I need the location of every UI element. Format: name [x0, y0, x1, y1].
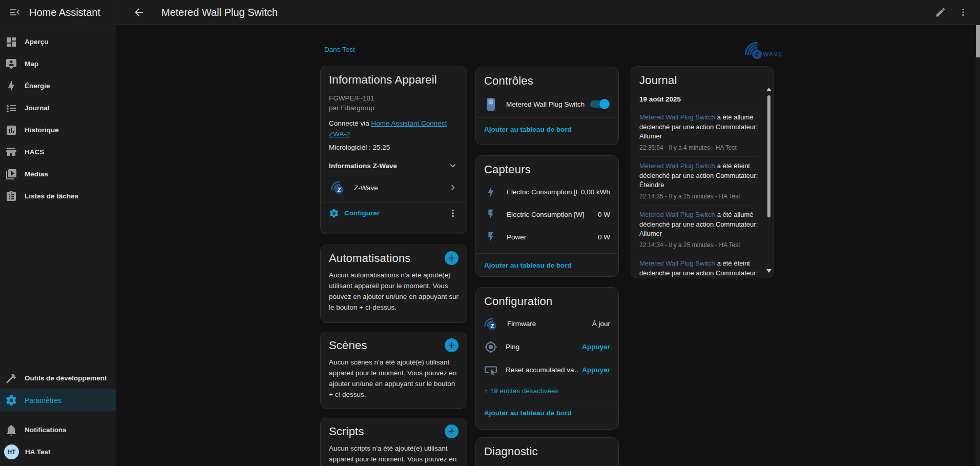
logbook-state: a été allumé	[717, 113, 754, 121]
menu-open-icon[interactable]	[8, 6, 20, 18]
logbook-entity-link[interactable]: Metered Wall Plug Switch	[639, 113, 715, 121]
main-content: Dans Test Z WAVE Informations Appareil F…	[116, 25, 980, 466]
logbook-time: 22:14:35 - Il y a 25 minutes - HA Test	[639, 192, 759, 201]
automations-empty-text: Aucun automatisations n'a été ajouté(e) …	[329, 270, 458, 313]
sidebar-item-notifications[interactable]: Notifications	[0, 419, 116, 441]
toggle-knob	[599, 99, 610, 109]
zwave-integration-row[interactable]: Z Z-Wave	[329, 178, 458, 197]
device-model: FGWPE/F-101	[329, 93, 458, 103]
topbar: Metered Wall Plug Switch	[116, 0, 980, 25]
sidebar-item-apercu[interactable]: Aperçu	[0, 31, 116, 53]
add-automation-button[interactable]	[445, 251, 458, 265]
sidebar-item-label: Énergie	[25, 82, 50, 90]
diagnostic-title: Diagnostic	[484, 445, 610, 458]
page-scrollbar[interactable]	[975, 25, 980, 466]
zwave-info-expander[interactable]: Informations Z-Wave	[329, 160, 458, 171]
sidebar-item-map[interactable]: Map	[0, 53, 116, 75]
sidebar-divider	[0, 415, 116, 415]
config-row-reset: Reset accumulated va… Appuyer	[484, 358, 610, 381]
sidebar-item-journal[interactable]: Journal	[0, 97, 116, 119]
scroll-down-arrow-icon[interactable]	[766, 269, 772, 273]
config-row-firmware[interactable]: Z Firmware À jour	[484, 312, 610, 335]
zwave-logo: Z WAVE	[740, 40, 784, 62]
scroll-up-arrow-icon[interactable]	[766, 88, 772, 91]
sidebar: Home Assistant Aperçu Map Énergie Journa…	[0, 0, 116, 466]
logbook-entries: Metered Wall Plug Switcha été allumé déc…	[639, 108, 759, 278]
wall-plug-icon	[485, 97, 496, 111]
add-to-dashboard-link[interactable]: Ajouter au tableau de bord	[484, 261, 572, 269]
sidebar-bottom: Outils de développement Paramètres Notif…	[0, 367, 116, 466]
sidebar-item-label: Listes de tâches	[25, 192, 78, 200]
configuration-card: Configuration Z Firmware	[475, 287, 619, 430]
configure-button[interactable]: Configurer	[344, 209, 447, 217]
gear-icon	[5, 394, 17, 407]
logbook-list-icon	[5, 102, 17, 114]
toggle-switch[interactable]	[590, 100, 609, 108]
scrollbar-thumb[interactable]	[767, 95, 770, 217]
press-button[interactable]: Appuyer	[582, 366, 610, 374]
sidebar-item-dev-tools[interactable]: Outils de développement	[0, 367, 116, 389]
logbook-trigger: déclenché par une action Commutateur:	[639, 123, 759, 132]
device-info-title: Informations Appareil	[329, 73, 458, 87]
sidebar-item-medias[interactable]: Médias	[0, 163, 116, 185]
press-button[interactable]: Appuyer	[582, 343, 610, 351]
logbook-state: a été allumé	[717, 211, 754, 218]
sidebar-item-label: Médias	[25, 170, 48, 178]
sensor-row[interactable]: Electric Consumption [W] 0 W	[484, 203, 610, 226]
automations-title: Automatisations	[329, 252, 411, 265]
sidebar-item-hacs[interactable]: HACS	[0, 141, 116, 163]
logbook-entity-link[interactable]: Metered Wall Plug Switch	[639, 211, 715, 218]
chevron-right-icon	[447, 182, 458, 193]
dots-vertical-icon[interactable]	[447, 208, 458, 219]
zwave-icon: Z	[329, 179, 346, 196]
pencil-icon[interactable]	[935, 7, 946, 18]
logbook-entity-link[interactable]: Metered Wall Plug Switch	[639, 162, 715, 170]
add-to-dashboard-link[interactable]: Ajouter au tableau de bord	[484, 409, 572, 417]
sidebar-item-label: Aperçu	[25, 38, 49, 46]
sidebar-item-listes-de-taches[interactable]: Listes de tâches	[0, 185, 116, 207]
scenes-empty-text: Aucun scènes n'a été ajouté(e) utilisant…	[329, 357, 458, 400]
switch-entity-row[interactable]: Metered Wall Plug Switch	[484, 96, 610, 112]
gesture-tap-button-icon	[484, 363, 497, 377]
column-left: Informations Appareil FGWPE/F-101 par Fi…	[320, 66, 467, 466]
svg-text:WAVE: WAVE	[763, 51, 783, 58]
gear-icon[interactable]	[329, 208, 339, 218]
chevron-down-icon	[447, 160, 458, 171]
back-arrow-icon[interactable]	[133, 6, 145, 18]
sensor-name: Power	[507, 233, 594, 241]
logbook-entity-link[interactable]: Metered Wall Plug Switch	[639, 259, 715, 267]
sidebar-item-label: Map	[25, 60, 38, 68]
logbook-date: 19 août 2025	[639, 95, 765, 103]
view-dashboard-icon	[5, 36, 17, 48]
sensor-row[interactable]: Power 0 W	[484, 226, 610, 248]
logbook-entry: Metered Wall Plug Switcha été allumé déc…	[639, 206, 759, 254]
sidebar-item-label: Outils de développement	[25, 374, 107, 382]
scripts-title: Scripts	[329, 425, 364, 438]
add-script-button[interactable]	[445, 424, 458, 438]
dots-vertical-icon[interactable]	[957, 7, 969, 18]
sidebar-item-energie[interactable]: Énergie	[0, 75, 116, 97]
logbook-state: a été éteint	[717, 162, 750, 170]
sensor-value: 0 W	[598, 233, 610, 241]
logbook-time: 22:14:34 - Il y a 25 minutes - HA Test	[639, 240, 759, 250]
svg-text:Z: Z	[755, 50, 759, 58]
disabled-entities-link[interactable]: + 19 entités désactivées	[484, 387, 610, 395]
scripts-empty-text: Aucun scripts n'a été ajouté(e) utilisan…	[329, 443, 458, 466]
tooltip-account-icon	[5, 58, 17, 70]
area-link[interactable]: Dans Test	[324, 46, 355, 53]
logbook-action: Allumer	[639, 132, 759, 141]
config-name: Firmware	[507, 320, 588, 328]
add-to-dashboard-link[interactable]: Ajouter au tableau de bord	[484, 126, 572, 133]
app-title: Home Assistant	[29, 7, 100, 18]
sensor-row[interactable]: Electric Consumption [k… 0,00 kWh	[484, 180, 610, 203]
sidebar-item-historique[interactable]: Historique	[0, 119, 116, 141]
sidebar-item-settings[interactable]: Paramètres	[0, 389, 116, 411]
sensor-name: Electric Consumption [W]	[507, 211, 594, 218]
scenes-title: Scènes	[329, 339, 367, 352]
device-model-block: FGWPE/F-101 par Fibargroup	[329, 93, 458, 113]
page-scrollbar-thumb[interactable]	[976, 25, 980, 57]
logbook-action: Éteindre	[639, 180, 759, 190]
sidebar-item-user[interactable]: HT HA Test	[0, 441, 116, 463]
add-scene-button[interactable]	[445, 338, 458, 352]
logbook-scrollbar[interactable]	[766, 88, 772, 273]
